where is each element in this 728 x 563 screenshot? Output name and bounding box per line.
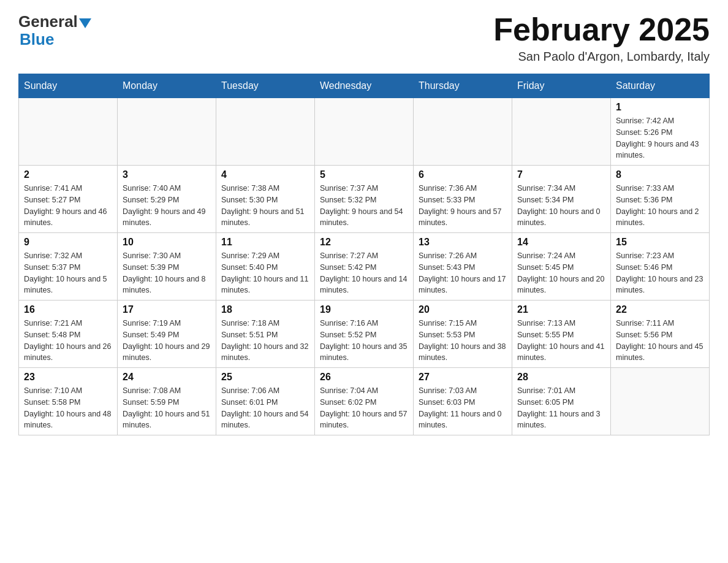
day-cell: 21Sunrise: 7:13 AMSunset: 5:55 PMDayligh… bbox=[512, 301, 611, 368]
day-info: Sunrise: 7:06 AMSunset: 6:01 PMDaylight:… bbox=[221, 385, 309, 431]
day-cell bbox=[118, 98, 216, 166]
day-number: 3 bbox=[123, 169, 211, 180]
day-cell: 23Sunrise: 7:10 AMSunset: 5:58 PMDayligh… bbox=[19, 368, 118, 435]
day-cell: 18Sunrise: 7:18 AMSunset: 5:51 PMDayligh… bbox=[216, 301, 315, 368]
day-number: 6 bbox=[419, 169, 507, 180]
day-info: Sunrise: 7:15 AMSunset: 5:53 PMDaylight:… bbox=[419, 318, 507, 364]
day-cell bbox=[512, 98, 611, 166]
day-info: Sunrise: 7:27 AMSunset: 5:42 PMDaylight:… bbox=[320, 250, 408, 296]
day-cell: 2Sunrise: 7:41 AMSunset: 5:27 PMDaylight… bbox=[19, 166, 118, 233]
calendar-table: SundayMondayTuesdayWednesdayThursdayFrid… bbox=[18, 74, 710, 435]
day-cell bbox=[414, 98, 512, 166]
day-info: Sunrise: 7:33 AMSunset: 5:36 PMDaylight:… bbox=[616, 183, 704, 229]
day-info: Sunrise: 7:30 AMSunset: 5:39 PMDaylight:… bbox=[123, 250, 211, 296]
day-cell: 7Sunrise: 7:34 AMSunset: 5:34 PMDaylight… bbox=[512, 166, 611, 233]
location-subtitle: San Paolo d'Argon, Lombardy, Italy bbox=[493, 50, 710, 64]
logo-blue-text: Blue bbox=[20, 30, 54, 49]
day-info: Sunrise: 7:13 AMSunset: 5:55 PMDaylight:… bbox=[517, 318, 605, 364]
day-cell: 24Sunrise: 7:08 AMSunset: 5:59 PMDayligh… bbox=[118, 368, 216, 435]
day-cell: 25Sunrise: 7:06 AMSunset: 6:01 PMDayligh… bbox=[216, 368, 315, 435]
day-cell: 4Sunrise: 7:38 AMSunset: 5:30 PMDaylight… bbox=[216, 166, 315, 233]
day-info: Sunrise: 7:08 AMSunset: 5:59 PMDaylight:… bbox=[123, 385, 211, 431]
day-cell: 27Sunrise: 7:03 AMSunset: 6:03 PMDayligh… bbox=[414, 368, 512, 435]
day-info: Sunrise: 7:34 AMSunset: 5:34 PMDaylight:… bbox=[517, 183, 605, 229]
day-info: Sunrise: 7:42 AMSunset: 5:26 PMDaylight:… bbox=[616, 115, 704, 161]
day-cell: 5Sunrise: 7:37 AMSunset: 5:32 PMDaylight… bbox=[315, 166, 414, 233]
day-number: 28 bbox=[517, 372, 605, 383]
day-number: 25 bbox=[221, 372, 309, 383]
weekday-header-monday: Monday bbox=[118, 74, 216, 98]
day-cell: 22Sunrise: 7:11 AMSunset: 5:56 PMDayligh… bbox=[611, 301, 710, 368]
day-info: Sunrise: 7:23 AMSunset: 5:46 PMDaylight:… bbox=[616, 250, 704, 296]
day-cell: 17Sunrise: 7:19 AMSunset: 5:49 PMDayligh… bbox=[118, 301, 216, 368]
day-cell: 16Sunrise: 7:21 AMSunset: 5:48 PMDayligh… bbox=[19, 301, 118, 368]
day-info: Sunrise: 7:37 AMSunset: 5:32 PMDaylight:… bbox=[320, 183, 408, 229]
day-number: 1 bbox=[616, 102, 704, 113]
day-info: Sunrise: 7:32 AMSunset: 5:37 PMDaylight:… bbox=[24, 250, 112, 296]
day-number: 22 bbox=[616, 304, 704, 315]
day-cell: 15Sunrise: 7:23 AMSunset: 5:46 PMDayligh… bbox=[611, 233, 710, 301]
weekday-header-friday: Friday bbox=[512, 74, 611, 98]
day-cell bbox=[216, 98, 315, 166]
day-number: 14 bbox=[517, 237, 605, 248]
day-number: 9 bbox=[24, 237, 112, 248]
day-cell: 13Sunrise: 7:26 AMSunset: 5:43 PMDayligh… bbox=[414, 233, 512, 301]
week-row-1: 1Sunrise: 7:42 AMSunset: 5:26 PMDaylight… bbox=[19, 98, 710, 166]
title-section: February 2025 San Paolo d'Argon, Lombard… bbox=[493, 12, 710, 64]
week-row-5: 23Sunrise: 7:10 AMSunset: 5:58 PMDayligh… bbox=[19, 368, 710, 435]
day-number: 19 bbox=[320, 304, 408, 315]
day-number: 13 bbox=[419, 237, 507, 248]
day-cell: 14Sunrise: 7:24 AMSunset: 5:45 PMDayligh… bbox=[512, 233, 611, 301]
day-cell bbox=[19, 98, 118, 166]
day-info: Sunrise: 7:38 AMSunset: 5:30 PMDaylight:… bbox=[221, 183, 309, 229]
day-number: 24 bbox=[123, 372, 211, 383]
day-number: 21 bbox=[517, 304, 605, 315]
week-row-4: 16Sunrise: 7:21 AMSunset: 5:48 PMDayligh… bbox=[19, 301, 710, 368]
day-number: 11 bbox=[221, 237, 309, 248]
weekday-header-wednesday: Wednesday bbox=[315, 74, 414, 98]
day-info: Sunrise: 7:10 AMSunset: 5:58 PMDaylight:… bbox=[24, 385, 112, 431]
day-cell: 19Sunrise: 7:16 AMSunset: 5:52 PMDayligh… bbox=[315, 301, 414, 368]
day-number: 12 bbox=[320, 237, 408, 248]
month-title: February 2025 bbox=[493, 12, 710, 47]
logo: General Blue bbox=[18, 12, 91, 49]
day-info: Sunrise: 7:29 AMSunset: 5:40 PMDaylight:… bbox=[221, 250, 309, 296]
day-cell bbox=[611, 368, 710, 435]
day-number: 18 bbox=[221, 304, 309, 315]
day-number: 27 bbox=[419, 372, 507, 383]
day-cell: 8Sunrise: 7:33 AMSunset: 5:36 PMDaylight… bbox=[611, 166, 710, 233]
logo-general-text: General bbox=[18, 12, 78, 31]
day-info: Sunrise: 7:24 AMSunset: 5:45 PMDaylight:… bbox=[517, 250, 605, 296]
day-cell: 28Sunrise: 7:01 AMSunset: 6:05 PMDayligh… bbox=[512, 368, 611, 435]
day-number: 20 bbox=[419, 304, 507, 315]
weekday-header-sunday: Sunday bbox=[19, 74, 118, 98]
day-info: Sunrise: 7:18 AMSunset: 5:51 PMDaylight:… bbox=[221, 318, 309, 364]
day-info: Sunrise: 7:19 AMSunset: 5:49 PMDaylight:… bbox=[123, 318, 211, 364]
day-number: 5 bbox=[320, 169, 408, 180]
day-cell: 1Sunrise: 7:42 AMSunset: 5:26 PMDaylight… bbox=[611, 98, 710, 166]
day-number: 17 bbox=[123, 304, 211, 315]
day-cell: 9Sunrise: 7:32 AMSunset: 5:37 PMDaylight… bbox=[19, 233, 118, 301]
day-info: Sunrise: 7:11 AMSunset: 5:56 PMDaylight:… bbox=[616, 318, 704, 364]
day-number: 16 bbox=[24, 304, 112, 315]
weekday-header-thursday: Thursday bbox=[414, 74, 512, 98]
day-info: Sunrise: 7:04 AMSunset: 6:02 PMDaylight:… bbox=[320, 385, 408, 431]
weekday-header-tuesday: Tuesday bbox=[216, 74, 315, 98]
day-cell: 10Sunrise: 7:30 AMSunset: 5:39 PMDayligh… bbox=[118, 233, 216, 301]
day-number: 4 bbox=[221, 169, 309, 180]
day-cell: 12Sunrise: 7:27 AMSunset: 5:42 PMDayligh… bbox=[315, 233, 414, 301]
day-cell: 20Sunrise: 7:15 AMSunset: 5:53 PMDayligh… bbox=[414, 301, 512, 368]
day-number: 15 bbox=[616, 237, 704, 248]
day-info: Sunrise: 7:41 AMSunset: 5:27 PMDaylight:… bbox=[24, 183, 112, 229]
day-number: 26 bbox=[320, 372, 408, 383]
day-cell: 6Sunrise: 7:36 AMSunset: 5:33 PMDaylight… bbox=[414, 166, 512, 233]
weekday-header-row: SundayMondayTuesdayWednesdayThursdayFrid… bbox=[19, 74, 710, 98]
day-cell: 26Sunrise: 7:04 AMSunset: 6:02 PMDayligh… bbox=[315, 368, 414, 435]
week-row-2: 2Sunrise: 7:41 AMSunset: 5:27 PMDaylight… bbox=[19, 166, 710, 233]
day-number: 7 bbox=[517, 169, 605, 180]
day-number: 2 bbox=[24, 169, 112, 180]
logo-triangle-icon bbox=[79, 18, 91, 28]
day-info: Sunrise: 7:01 AMSunset: 6:05 PMDaylight:… bbox=[517, 385, 605, 431]
day-cell bbox=[315, 98, 414, 166]
week-row-3: 9Sunrise: 7:32 AMSunset: 5:37 PMDaylight… bbox=[19, 233, 710, 301]
